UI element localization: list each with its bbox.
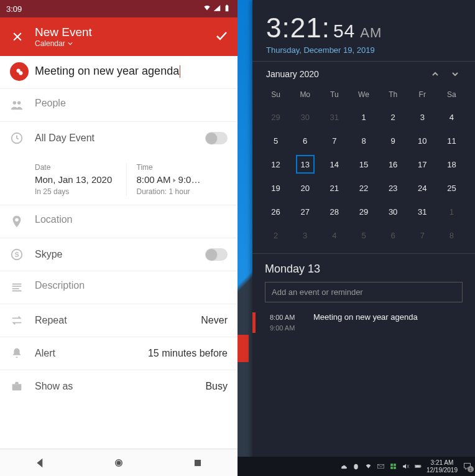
calendar-day[interactable]: 27 [290, 200, 320, 223]
wifi-icon [203, 4, 211, 14]
dow-label: Mo [290, 86, 320, 105]
calendar-day[interactable]: 17 [408, 152, 437, 176]
calendar-day[interactable]: 28 [320, 200, 349, 223]
repeat-row[interactable]: Repeat Never [0, 304, 238, 337]
svg-point-3 [19, 71, 22, 75]
calendar-day[interactable]: 10 [408, 129, 437, 152]
calendar-day[interactable]: 16 [379, 152, 408, 176]
dow-label: Th [379, 86, 408, 105]
month-selector[interactable]: January 2020 [266, 69, 319, 79]
calendar-day[interactable]: 29 [261, 105, 290, 129]
calendar-day[interactable]: 11 [437, 129, 466, 152]
description-icon [10, 280, 35, 295]
calendar-day[interactable]: 15 [349, 152, 378, 176]
calendar-day[interactable]: 25 [437, 176, 466, 200]
tray-penguin-icon[interactable] [351, 462, 361, 470]
nav-back[interactable] [21, 457, 58, 469]
calendar-day[interactable]: 13 [290, 152, 320, 176]
calendar-day[interactable]: 26 [261, 200, 290, 223]
calendar-day[interactable]: 6 [379, 223, 408, 247]
calendar-day[interactable]: 2 [261, 223, 290, 247]
showas-row[interactable]: Show as Busy [0, 370, 238, 403]
dow-label: We [349, 86, 378, 105]
calendar-day[interactable]: 3 [290, 223, 320, 247]
calendar-flyout: 3:21:54 AM Thursday, December 19, 2019 J… [252, 0, 475, 476]
location-icon [10, 214, 35, 229]
calendar-day[interactable]: 4 [437, 105, 466, 129]
tray-wifi-icon[interactable] [364, 462, 373, 470]
calendar-day[interactable]: 20 [290, 176, 320, 200]
add-event-input[interactable]: Add an event or reminder [265, 282, 463, 302]
action-center-icon[interactable]: 1 [461, 462, 473, 471]
calendar-day[interactable]: 18 [437, 152, 466, 176]
nav-home[interactable] [100, 457, 137, 469]
allday-label: All Day Event [35, 133, 95, 144]
calendar-day[interactable]: 6 [290, 129, 320, 152]
calendar-day[interactable]: 9 [379, 129, 408, 152]
tray-mail-icon[interactable] [376, 462, 385, 470]
month-next[interactable] [449, 68, 461, 80]
taskbar-app-indicator[interactable] [238, 335, 249, 362]
taskbar-clock[interactable]: 3:21 AM 12/19/2019 [427, 459, 458, 474]
calendar-day[interactable]: 1 [349, 105, 378, 129]
dow-label: Tu [320, 86, 349, 105]
month-prev[interactable] [429, 68, 441, 80]
calendar-day[interactable]: 23 [379, 176, 408, 200]
dow-label: Fr [408, 86, 437, 105]
location-placeholder: Location [35, 214, 73, 225]
confirm-button[interactable] [214, 28, 229, 45]
location-row[interactable]: Location [0, 205, 238, 238]
svg-rect-16 [394, 464, 396, 466]
calendar-day[interactable]: 2 [379, 105, 408, 129]
svg-rect-12 [195, 460, 201, 465]
agenda-item[interactable]: 8:00 AM 9:00 AM Meeting on new year agen… [265, 312, 463, 333]
people-icon [10, 98, 35, 113]
people-row[interactable]: People [0, 89, 238, 122]
calendar-day[interactable]: 30 [290, 105, 320, 129]
calendar-day[interactable]: 4 [320, 223, 349, 247]
calendar-day[interactable]: 5 [261, 129, 290, 152]
tray-security-icon[interactable] [389, 462, 398, 470]
calendar-day[interactable]: 12 [261, 152, 290, 176]
event-form: Meeting on new year agenda People All Da… [0, 56, 238, 449]
nav-recent[interactable] [179, 457, 216, 469]
svg-rect-18 [394, 467, 396, 469]
allday-toggle[interactable] [205, 132, 228, 144]
repeat-value: Never [201, 315, 228, 326]
calendar-day[interactable]: 5 [349, 223, 378, 247]
calendar-day[interactable]: 3 [408, 105, 437, 129]
agenda-color-bar [252, 312, 256, 333]
description-placeholder: Description [35, 280, 85, 291]
skype-toggle[interactable] [205, 248, 228, 261]
calendar-day[interactable]: 22 [349, 176, 378, 200]
calendar-day[interactable]: 8 [349, 129, 378, 152]
calendar-day[interactable]: 31 [408, 200, 437, 223]
calendar-day[interactable]: 7 [320, 129, 349, 152]
calendar-day[interactable]: 31 [320, 105, 349, 129]
calendar-day[interactable]: 14 [320, 152, 349, 176]
close-button[interactable] [9, 30, 26, 43]
event-title-input[interactable]: Meeting on new year agenda [35, 65, 180, 77]
tray-battery-icon[interactable] [413, 462, 423, 470]
calendar-selector[interactable]: Calendar [35, 39, 214, 48]
datetime-row: Date Mon, Jan 13, 2020 In 25 days Time 8… [0, 154, 238, 205]
svg-point-5 [17, 101, 21, 105]
calendar-day[interactable]: 19 [261, 176, 290, 200]
alert-row[interactable]: Alert 15 minutes before [0, 337, 238, 370]
calendar-day[interactable]: 7 [408, 223, 437, 247]
time-picker[interactable]: Time 8:00 AM 9:0… Duration: 1 hour [126, 163, 228, 196]
showas-value: Busy [205, 381, 228, 392]
tray-volume-icon[interactable] [401, 462, 410, 470]
description-row[interactable]: Description [0, 271, 238, 304]
calendar-day[interactable]: 1 [437, 200, 466, 223]
date-picker[interactable]: Date Mon, Jan 13, 2020 In 25 days [35, 163, 126, 196]
title-row: Meeting on new year agenda [0, 56, 238, 89]
calendar-day[interactable]: 29 [349, 200, 378, 223]
system-tray [339, 462, 423, 470]
calendar-day[interactable]: 30 [379, 200, 408, 223]
flyout-date-link[interactable]: Thursday, December 19, 2019 [266, 45, 461, 55]
calendar-day[interactable]: 21 [320, 176, 349, 200]
calendar-day[interactable]: 8 [437, 223, 466, 247]
calendar-day[interactable]: 24 [408, 176, 437, 200]
tray-cloud-icon[interactable] [339, 462, 348, 470]
